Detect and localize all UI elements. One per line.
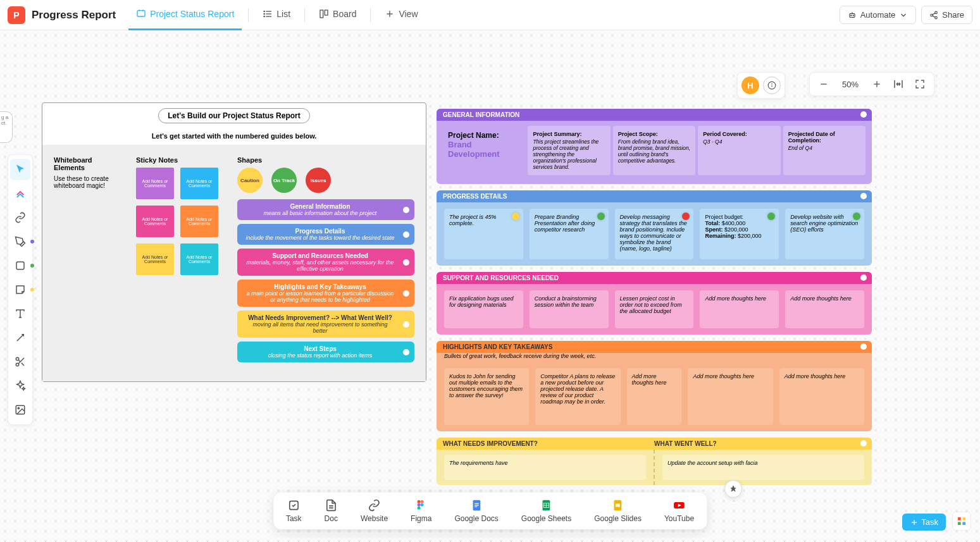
caution-circle[interactable]: Caution [237,168,263,193]
status-dot-issues [682,212,690,220]
tab-board[interactable]: Board [311,0,364,30]
apps-button[interactable] [952,512,971,531]
section-improvement-wentwell[interactable]: WHAT NEEDS IMPROVEMENT? WHAT WENT WELL? … [437,438,872,485]
improvement-card[interactable]: The requirements have [444,455,646,480]
svg-point-34 [418,500,421,503]
fit-width-button[interactable] [891,77,906,92]
new-task-button[interactable]: Task [902,514,946,531]
pin-button[interactable] [724,480,742,498]
dock-google-docs[interactable]: Google Docs [454,499,498,523]
guide-title: Let's Build our Project Status Report [158,108,310,123]
sticky-note[interactable]: Add Notes or Comments [180,168,218,199]
divider [370,8,371,22]
sticky-note[interactable]: Add Notes or Comments [180,243,218,275]
tab-project-status-report[interactable]: Project Status Report [128,0,242,30]
support-card[interactable]: Add more thoughts here [700,290,779,328]
legend-general-info[interactable]: General Informationmeans all basic infor… [237,199,414,220]
share-icon [929,11,938,20]
highlight-card[interactable]: Competitor A plans to release a new prod… [535,368,620,425]
section-header: SUPPORT AND RESOURCES NEEDED [437,272,872,284]
status-dot-ontrack [767,212,775,220]
fullscreen-button[interactable] [912,77,927,92]
tool-sticky[interactable] [10,279,30,300]
progress-card-budget[interactable]: Project budget: Total: $400,000 Spent: $… [700,209,779,259]
dock-youtube[interactable]: YouTube [664,499,694,523]
automate-label: Automate [860,10,896,20]
tool-scissors[interactable] [10,351,30,373]
legend-improvement[interactable]: What Needs Improvement? --> What Went We… [237,311,414,338]
zoom-out-button[interactable] [816,77,831,92]
dock-website[interactable]: Website [361,499,388,523]
svg-point-20 [16,357,19,360]
tab-label: View [399,9,418,19]
svg-point-21 [16,363,19,366]
robot-icon [848,11,857,20]
sticky-note[interactable]: Add Notes or Comments [180,206,218,237]
info-button[interactable] [763,77,781,94]
section-general-info[interactable]: GENERAL INFORMATION Project Name:Brand D… [437,109,872,184]
divider [248,8,249,22]
tool-image[interactable] [10,399,30,421]
svg-rect-42 [474,507,477,507]
legend-next-steps[interactable]: Next Stepsclosing the status report with… [237,342,414,362]
svg-point-35 [421,500,424,503]
svg-point-12 [850,15,851,16]
highlight-card[interactable]: Add more thoughts here [627,368,682,425]
guide-subtitle: Let's get started with the numbered guid… [53,132,416,140]
dock-google-slides[interactable]: Google Slides [594,499,642,523]
tool-link[interactable] [10,207,30,228]
section-support-resources[interactable]: SUPPORT AND RESOURCES NEEDED Fix applica… [437,272,872,335]
support-card[interactable]: Lessen project cost in order not to exce… [615,290,694,328]
tool-pen[interactable] [10,231,30,252]
zoom-controls: 50% [809,72,934,96]
status-dot-caution [512,212,519,220]
status-dot-ontrack [853,212,860,220]
dock-task[interactable]: Task [286,499,302,523]
svg-point-16 [935,16,938,19]
canvas[interactable]: g act. H 50% Let's Build our Project Sta… [0,30,980,542]
highlight-card[interactable]: Add more thoughts here [688,368,772,425]
tab-list[interactable]: List [255,0,298,30]
legend-progress[interactable]: Progress Detailsinclude the movement of … [237,224,414,245]
tool-connector[interactable] [10,327,30,348]
progress-card[interactable]: Develop messaging strategy that translat… [615,209,694,259]
progress-card[interactable]: Prepare Branding Presentation after doin… [530,209,609,259]
dock-doc[interactable]: Doc [325,499,338,523]
sticky-note[interactable]: Add Notes or Comments [136,243,174,275]
highlight-card[interactable]: Add more thoughts here [779,368,864,425]
support-card[interactable]: Add more thoughts here [785,290,864,328]
progress-card[interactable]: The project is 45% complete. [444,209,523,259]
tool-clickup[interactable] [10,183,30,204]
guide-panel: Let's Build our Project Status Report Le… [42,102,426,382]
support-card[interactable]: Conduct a brainstorming session within t… [530,290,609,328]
tab-add-view[interactable]: View [377,0,425,30]
avatar[interactable]: H [741,77,759,94]
dock-google-sheets[interactable]: Google Sheets [521,499,571,523]
issues-circle[interactable]: Issues [306,168,331,193]
svg-point-36 [418,503,421,507]
list-icon [263,9,273,19]
tool-cursor[interactable] [10,159,30,180]
tool-text[interactable] [10,303,30,324]
whiteboard-toolbar [8,154,33,425]
section-highlights[interactable]: HIGHLIGHTS AND KEY TAKEAWAYS Bullets of … [437,341,872,431]
svg-point-5 [264,13,264,14]
on-track-circle[interactable]: On Track [271,168,297,193]
automate-button[interactable]: Automate [840,6,917,24]
dock-figma[interactable]: Figma [411,499,431,523]
section-progress-details[interactable]: PROGRESS DETAILS The project is 45% comp… [437,190,872,266]
legend-support[interactable]: Support and Resources Neededmaterials, m… [237,249,414,276]
whiteboard-icon [136,9,146,19]
share-button[interactable]: Share [921,6,972,24]
wentwell-card[interactable]: Update the account setup with facia [662,455,864,480]
sticky-note[interactable]: Add Notes or Comments [136,168,174,199]
progress-card[interactable]: Develop website with search engine optim… [785,209,864,259]
sticky-note[interactable]: Add Notes or Comments [136,206,174,237]
highlight-card[interactable]: Kudos to John for sending out multiple e… [444,368,529,425]
tool-shape[interactable] [10,255,30,276]
elements-heading: Whiteboard Elements [54,156,123,171]
tool-ai[interactable] [10,375,30,397]
support-card[interactable]: Fix application bugs used for designing … [444,290,523,328]
zoom-in-button[interactable] [869,77,884,92]
legend-highlights[interactable]: Highlights and Key Takeawaysa main point… [237,280,414,307]
